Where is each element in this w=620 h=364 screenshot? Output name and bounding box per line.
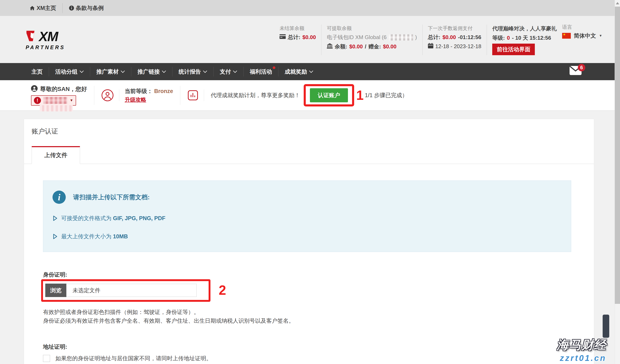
- china-flag-icon: ★: [562, 33, 571, 39]
- tab-upload-files[interactable]: 上传文件: [32, 146, 80, 164]
- nav-label: 统计报告: [179, 68, 201, 76]
- nav-label: 主页: [31, 68, 43, 76]
- upgrade-link[interactable]: 升级攻略: [125, 96, 146, 103]
- annotation-box-2: 浏览 未选定文件: [41, 279, 210, 302]
- chevron-down-icon: [309, 71, 313, 73]
- scrollbar-up-arrow[interactable]: [616, 2, 619, 4]
- next-payment-label: 下一次手数返佣支付: [428, 25, 481, 32]
- userbar-divider: [94, 86, 94, 105]
- nav-item-reports[interactable]: 统计报告: [172, 63, 213, 80]
- info-circle-icon: i: [52, 191, 66, 204]
- bank-icon: [327, 43, 333, 50]
- header-divider: [321, 25, 322, 55]
- nav-item-promo-materials[interactable]: 推广素材: [90, 63, 131, 80]
- nav-item-activity-groups[interactable]: 活动分组: [49, 63, 90, 80]
- mail-button[interactable]: 6: [570, 66, 582, 76]
- balance-value: $0.00: [349, 43, 363, 50]
- chevron-down-icon: ▼: [70, 98, 73, 103]
- pending-balance-section: 未结算余额 总计: $0.00: [279, 24, 316, 41]
- language-section: 语言 ★ 简体中文 ▼: [562, 24, 602, 40]
- language-label: 语言: [562, 24, 602, 30]
- payment-total-label: 总计:: [428, 34, 441, 41]
- nav-item-home[interactable]: 主页: [25, 63, 49, 80]
- info-heading: 请扫描并上传以下所需文档:: [73, 193, 150, 201]
- chevron-down-icon: [121, 71, 125, 73]
- tab-strip: 上传文件: [24, 146, 594, 164]
- chart-icon: [187, 90, 199, 101]
- promo-level-label: 等级:: [492, 34, 505, 42]
- nav-item-benefits[interactable]: 福利活动: [244, 63, 278, 80]
- withdrawable-label: 可提取余额: [327, 25, 417, 32]
- info-icon: [69, 5, 74, 11]
- wallet-id-suffix: ): [415, 34, 417, 41]
- steps-completed-text: 1/1 步骤已完成）: [365, 91, 408, 99]
- redacted-account-number: [43, 97, 67, 104]
- account-verification-card: 账户认证 上传文件 i 请扫描并上传以下所需文档: 可接受的文件格式为 GIF,…: [24, 119, 594, 364]
- withdrawable-section: 可提取余额 电子钱包ID XM Global (6 ) 余额: $0.00 / …: [327, 24, 417, 50]
- info-bullet-formats: 可接受的文件格式为 GIF, JPG, PNG, PDF: [53, 214, 563, 222]
- page: XM主页 条款与条例 XM PARTNERS 未结算余额: [0, 0, 615, 364]
- topbar-home-link[interactable]: XM主页: [30, 4, 56, 12]
- reward-program-text: 代理成就奖励计划，尊享更多奖励！: [211, 91, 300, 99]
- user-bar: 尊敬的SAN，您好 ! ▼ 当前等级： Bronze 升级攻略: [0, 80, 615, 111]
- next-payment-section: 下一次手数返佣支付 总计: $0.00 -01:12:56 12-18 - 20…: [428, 24, 481, 50]
- account-selector[interactable]: ! ▼: [31, 95, 76, 106]
- chevron-down-icon: [203, 71, 207, 73]
- header: XM PARTNERS 未结算余额 总计: $0.00 可提取余额: [0, 16, 615, 63]
- nav-label: 成就奖励: [285, 68, 307, 76]
- nav-item-payments[interactable]: 支付: [214, 63, 243, 80]
- bull-logo-icon: [26, 30, 38, 43]
- level-label: 当前等级：: [125, 88, 153, 94]
- identity-description: 有效护照或者身份证彩色扫描件（例如：驾驶证，身份证等）。 身份证必须为有效证件并…: [43, 308, 594, 325]
- topbar-terms-link[interactable]: 条款与条例: [69, 4, 104, 12]
- payment-total-value: $0.00: [442, 34, 456, 41]
- topbar-home-label: XM主页: [37, 4, 56, 12]
- header-stats: 未结算余额 总计: $0.00 可提取余额 电子钱包ID XM Global (…: [279, 24, 602, 55]
- level-value: Bronze: [154, 88, 173, 94]
- file-name-field[interactable]: 未选定文件: [66, 284, 197, 297]
- userbar-divider: [180, 86, 180, 105]
- nav-label: 福利活动: [250, 68, 272, 76]
- topbar-separator: [62, 3, 63, 13]
- wallet-id-prefix: 电子钱包ID XM Global (6: [327, 34, 387, 41]
- nav-label: 支付: [220, 68, 231, 76]
- nav-label: 推广素材: [96, 68, 119, 76]
- bonus-label: 赠金:: [368, 43, 381, 50]
- address-proof-row: 如果您的身份证明地址与居住国家不同，请同时上传地址证明。: [43, 355, 594, 362]
- watermark-bars-icon: [603, 315, 609, 338]
- address-proof-checkbox[interactable]: [43, 355, 50, 362]
- nav-item-achievements[interactable]: 成就奖励: [279, 63, 319, 80]
- logo-subtext: PARTNERS: [26, 45, 65, 50]
- info-bullet-size: 最大上传文件大小为 10MB: [53, 233, 563, 240]
- payment-countdown: -01:12:56: [458, 34, 481, 41]
- notification-dot: [273, 66, 275, 69]
- language-value: 简体中文: [574, 32, 596, 40]
- identity-proof-label: 身份证明:: [43, 271, 594, 278]
- scrollbar[interactable]: [615, 0, 620, 364]
- nav-label: 推广链接: [138, 68, 160, 76]
- address-proof-label: 地址证明:: [43, 343, 594, 350]
- pending-total-label: 总计:: [288, 34, 300, 41]
- balance-label: 余额:: [335, 43, 347, 50]
- top-strip: XM主页 条款与条例: [0, 0, 615, 16]
- go-to-activity-button[interactable]: 前往活动界面: [492, 44, 535, 55]
- nav-item-promo-links[interactable]: 推广链接: [131, 63, 172, 80]
- nav-label: 活动分组: [55, 68, 78, 76]
- profile-circle-icon: [101, 89, 114, 102]
- annotation-box-1: 认证账户: [304, 84, 354, 106]
- address-proof-text: 如果您的身份证明地址与居住国家不同，请同时上传地址证明。: [55, 355, 212, 362]
- header-divider: [422, 25, 423, 55]
- xm-partners-logo[interactable]: XM PARTNERS: [26, 30, 65, 50]
- redacted-overflow: [40, 105, 73, 111]
- main-nav: 主页 活动分组 推广素材 推广链接 统计报告 支付 福利活动 成就奖励 6: [0, 63, 615, 80]
- scrollbar-thumb[interactable]: [615, 7, 620, 304]
- user-icon: [31, 85, 38, 93]
- bullet-bold-text: GIF, JPG, PNG, PDF: [113, 215, 166, 221]
- pending-balance-label: 未结算余额: [279, 25, 316, 32]
- browse-button[interactable]: 浏览: [45, 284, 66, 297]
- promo-title: 代理巅峰对决，人人享豪礼: [492, 25, 557, 32]
- bonus-value: $0.00: [383, 43, 397, 50]
- verify-account-button[interactable]: 认证账户: [310, 88, 348, 102]
- language-selector[interactable]: ★ 简体中文 ▼: [562, 32, 602, 40]
- triangle-bullet-icon: [53, 234, 58, 239]
